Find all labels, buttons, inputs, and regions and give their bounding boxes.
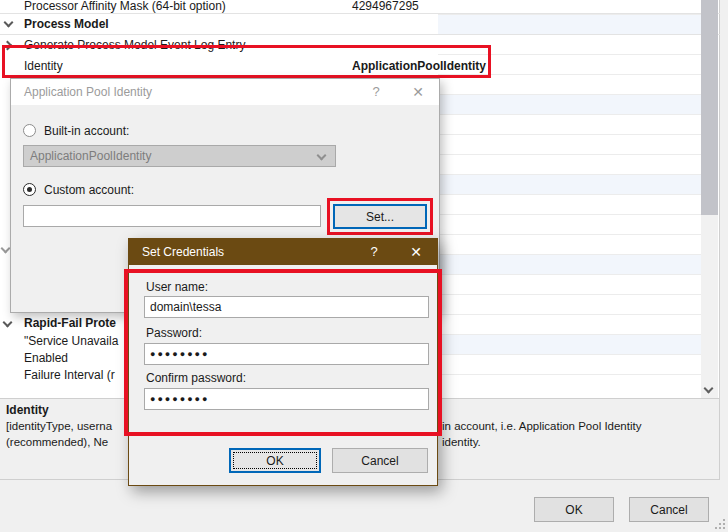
scrollbar-thumb[interactable] [701, 0, 718, 215]
dialog-titlebar[interactable]: Set Credentials ? ✕ [129, 239, 437, 265]
close-icon[interactable]: ✕ [399, 239, 433, 265]
row-value: ApplicationPoolIdentity [352, 59, 486, 73]
chevron-down-icon[interactable] [4, 18, 14, 28]
dialog-titlebar[interactable]: Application Pool Identity ? ✕ [11, 79, 439, 105]
confirm-password-field[interactable] [144, 388, 429, 410]
username-label: User name: [146, 280, 208, 294]
row-name: Failure Interval (r [24, 368, 115, 382]
help-icon[interactable]: ? [359, 79, 393, 105]
row-name: Generate Process Model Event Log Entry [24, 38, 245, 52]
help-icon[interactable]: ? [357, 239, 391, 265]
set-credentials-dialog: Set Credentials ? ✕ User name: Password:… [128, 238, 438, 486]
table-row-section[interactable]: Process Model [0, 14, 720, 35]
main-ok-button[interactable]: OK [534, 497, 614, 522]
custom-account-label: Custom account: [44, 183, 134, 197]
description-line: identity. [442, 436, 481, 448]
ok-button[interactable]: OK [229, 448, 321, 473]
table-row-identity[interactable]: Identity ApplicationPoolIdentity [0, 56, 720, 77]
row-value: 4294967295 [352, 0, 419, 13]
row-name: "Service Unavaila [24, 334, 118, 348]
set-button[interactable]: Set... [333, 204, 427, 229]
row-name: Rapid-Fail Prote [24, 316, 116, 330]
dialog-title: Application Pool Identity [24, 85, 152, 99]
vertical-scrollbar[interactable] [701, 0, 718, 398]
builtin-account-selected-value: ApplicationPoolIdentity [30, 149, 151, 163]
table-row[interactable]: Processor Affinity Mask (64-bit option) … [0, 0, 720, 14]
scrollbar-down-button[interactable] [701, 381, 718, 398]
cancel-button[interactable]: Cancel [332, 448, 428, 473]
description-line: [identityType, userna [6, 420, 112, 432]
custom-account-radio[interactable] [23, 183, 36, 196]
chevron-down-icon [704, 384, 714, 394]
row-name: Processor Affinity Mask (64-bit option) [24, 0, 226, 13]
builtin-account-radio[interactable] [23, 124, 36, 137]
chevron-down-icon [317, 151, 327, 161]
table-row[interactable]: "Service Unavaila [0, 334, 128, 351]
custom-account-input[interactable] [23, 205, 321, 227]
main-cancel-button[interactable]: Cancel [629, 497, 709, 522]
description-line: in account, i.e. Application Pool Identi… [442, 420, 641, 432]
chevron-down-icon[interactable] [3, 318, 13, 328]
description-heading: Identity [6, 403, 49, 417]
resize-grip-icon[interactable] [712, 516, 725, 529]
table-row[interactable]: Generate Process Model Event Log Entry [0, 35, 720, 56]
row-name: Identity [24, 59, 63, 73]
row-name: Process Model [24, 17, 109, 31]
builtin-account-label: Built-in account: [44, 124, 129, 138]
ok-button-label: OK [266, 454, 283, 468]
table-row-section[interactable]: Rapid-Fail Prote [0, 316, 128, 333]
table-row[interactable]: Enabled [0, 351, 128, 368]
builtin-account-select[interactable]: ApplicationPoolIdentity [23, 145, 336, 167]
username-field[interactable] [144, 296, 429, 318]
description-line: (recommended), Ne [6, 436, 108, 448]
password-label: Password: [146, 326, 202, 340]
password-field[interactable] [144, 343, 429, 365]
close-icon[interactable]: ✕ [401, 79, 435, 105]
table-row[interactable]: Failure Interval (r [0, 368, 128, 385]
confirm-password-label: Confirm password: [146, 371, 246, 385]
row-name: Enabled [24, 351, 68, 365]
chevron-right-icon[interactable] [3, 41, 13, 51]
dialog-title: Set Credentials [142, 245, 224, 259]
